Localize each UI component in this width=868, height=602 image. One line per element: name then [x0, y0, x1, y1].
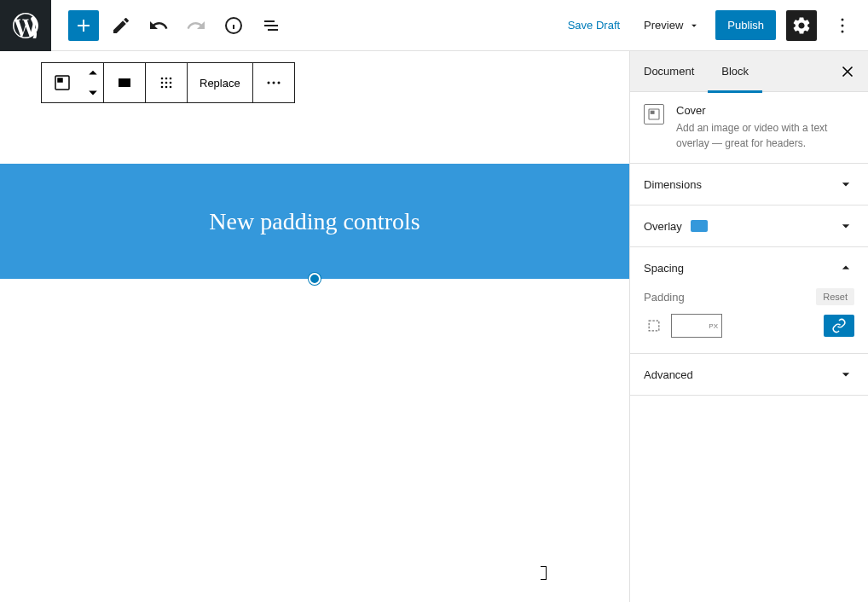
- alignment-button[interactable]: [104, 63, 145, 102]
- panel-overlay[interactable]: Overlay: [630, 205, 868, 246]
- svg-point-4: [842, 24, 844, 26]
- svg-point-11: [170, 78, 172, 80]
- preview-label: Preview: [644, 19, 683, 32]
- undo-button[interactable]: [143, 10, 174, 41]
- svg-rect-8: [119, 78, 130, 87]
- save-draft-button[interactable]: Save Draft: [559, 12, 628, 38]
- svg-point-14: [170, 82, 172, 84]
- chevron-down-icon: [837, 176, 854, 193]
- panel-dimensions-label: Dimensions: [644, 178, 702, 191]
- info-button[interactable]: [218, 10, 249, 41]
- svg-point-5: [842, 30, 844, 32]
- link-sides-toggle[interactable]: [824, 315, 854, 337]
- panel-spacing-label: Spacing: [644, 262, 684, 275]
- more-vertical-icon: [832, 15, 853, 36]
- panel-advanced[interactable]: Advanced: [630, 354, 868, 395]
- content-position-button[interactable]: [146, 63, 187, 102]
- cover-icon: [52, 72, 72, 93]
- svg-point-10: [165, 78, 168, 80]
- padding-unit: PX: [709, 322, 718, 330]
- svg-point-9: [161, 78, 164, 80]
- chevron-down-icon: [688, 20, 700, 32]
- panel-dimensions[interactable]: Dimensions: [630, 164, 868, 205]
- wordpress-logo[interactable]: [0, 0, 51, 51]
- svg-rect-7: [58, 78, 62, 82]
- preview-button[interactable]: Preview: [639, 12, 705, 38]
- chevron-down-icon: [83, 83, 103, 102]
- svg-point-13: [165, 82, 168, 84]
- block-more-button[interactable]: [253, 63, 294, 102]
- publish-button[interactable]: Publish: [715, 10, 776, 40]
- resize-handle[interactable]: [309, 273, 321, 285]
- settings-button[interactable]: [786, 10, 817, 41]
- panel-advanced-label: Advanced: [644, 368, 693, 381]
- block-name: Cover: [676, 104, 854, 117]
- cover-icon: [646, 107, 662, 122]
- cover-heading[interactable]: New padding controls: [209, 208, 420, 235]
- link-icon: [831, 318, 847, 333]
- svg-rect-24: [651, 111, 654, 113]
- outline-button[interactable]: [256, 10, 286, 41]
- chevron-up-icon: [837, 259, 854, 276]
- replace-media-button[interactable]: Replace: [188, 63, 252, 102]
- svg-point-19: [272, 82, 275, 84]
- grid-icon: [156, 72, 176, 93]
- tab-block[interactable]: Block: [708, 51, 762, 92]
- svg-point-12: [161, 82, 164, 84]
- redo-button[interactable]: [181, 10, 211, 41]
- more-options-button[interactable]: [827, 10, 858, 41]
- padding-label: Padding: [644, 291, 685, 304]
- panel-overlay-label: Overlay: [644, 220, 682, 233]
- close-sidebar-button[interactable]: [827, 51, 868, 92]
- svg-point-3: [842, 18, 844, 20]
- chevron-down-icon: [837, 217, 854, 234]
- overlay-color-chip: [691, 220, 708, 232]
- panel-spacing[interactable]: Spacing: [630, 247, 868, 288]
- svg-point-20: [277, 82, 280, 84]
- block-type-button[interactable]: [42, 63, 83, 102]
- editor-canvas[interactable]: Replace New padding controls: [0, 51, 629, 602]
- block-toolbar: Replace: [41, 62, 295, 103]
- settings-sidebar: Document Block Cover Add an image or vid…: [629, 51, 868, 602]
- close-icon: [838, 62, 857, 81]
- reset-padding-button[interactable]: Reset: [816, 288, 854, 305]
- chevron-up-icon: [83, 63, 103, 83]
- more-horizontal-icon: [263, 72, 284, 93]
- cover-block[interactable]: New padding controls: [0, 164, 629, 279]
- padding-sides-icon: [644, 315, 664, 336]
- svg-point-18: [267, 82, 269, 84]
- padding-input[interactable]: PX: [671, 314, 722, 338]
- svg-point-15: [161, 86, 164, 89]
- move-block-button[interactable]: [83, 63, 103, 102]
- block-card-icon: [644, 104, 664, 124]
- svg-point-17: [170, 86, 172, 89]
- add-block-button[interactable]: [68, 10, 99, 41]
- block-description: Add an image or video with a text overla…: [676, 120, 854, 151]
- align-full-icon: [114, 72, 135, 93]
- edit-tool-button[interactable]: [106, 10, 136, 41]
- svg-rect-25: [649, 321, 659, 331]
- svg-point-16: [165, 86, 168, 89]
- tab-document[interactable]: Document: [630, 51, 708, 92]
- gear-icon: [791, 15, 812, 36]
- chevron-down-icon: [837, 366, 854, 383]
- text-cursor: [543, 566, 544, 580]
